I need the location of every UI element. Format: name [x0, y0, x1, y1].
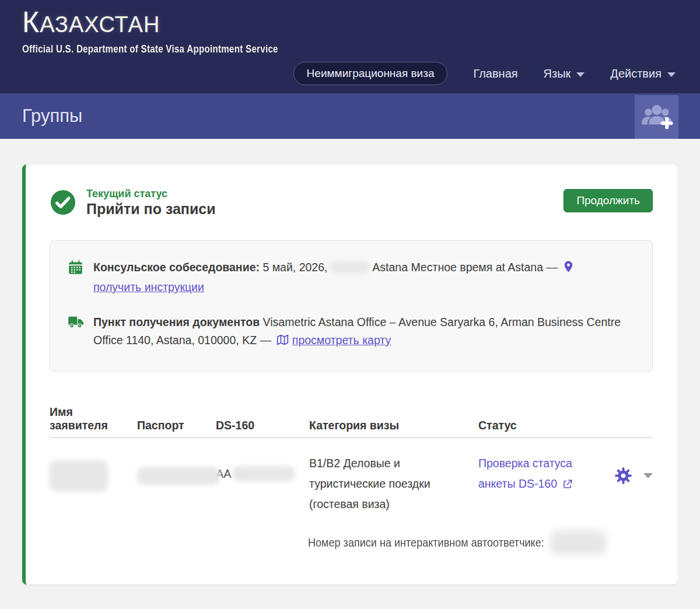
chevron-down-icon: [667, 72, 676, 77]
calendar-icon: [68, 258, 93, 281]
ds160-status-link[interactable]: Проверка статуса анкеты DS-160: [478, 457, 572, 490]
main-nav: Неиммиграционная виза Главная Язык Дейст…: [293, 62, 676, 85]
get-instructions-link[interactable]: получить инструкции: [93, 281, 204, 293]
view-map-link-group[interactable]: просмотреть карту: [274, 334, 391, 346]
table-header-row: Имя заявителя Паспорт DS-160 Категория в…: [50, 405, 653, 438]
row-actions: [610, 453, 653, 526]
appointment-info-box: Консульское собеседование: 5 май, 2026, …: [50, 240, 653, 372]
column-ds160: DS-160: [216, 419, 309, 432]
check-circle-icon: [50, 189, 76, 218]
brand-subtitle: Official U.S. Department of State Visa A…: [22, 43, 546, 55]
redacted-applicant-name: [50, 460, 108, 492]
page-title: Группы: [22, 106, 82, 127]
redacted-appointment-time: [331, 261, 369, 273]
redacted-ivr-number: [550, 530, 606, 555]
group-status-card: Текущий статус Прийти по записи Продолжи…: [22, 164, 678, 584]
location-pin-icon[interactable]: [563, 262, 574, 275]
continue-button[interactable]: Продолжить: [564, 189, 653, 212]
row-expand-chevron-icon[interactable]: [643, 473, 653, 478]
truck-icon: [68, 313, 93, 335]
brand: КАЗАХСТАН Official U.S. Department of St…: [22, 7, 677, 55]
consular-appointment-text: Консульское собеседование: 5 май, 2026, …: [93, 258, 635, 296]
group-add-icon: [640, 102, 674, 132]
status-cell: Проверка статуса анкеты DS-160: [478, 453, 575, 526]
brand-title: КАЗАХСТАН: [22, 7, 677, 38]
chevron-down-icon: [576, 72, 584, 77]
page-bar: Группы: [0, 93, 700, 139]
nav-actions-label: Действия: [610, 67, 662, 80]
map-icon: [276, 335, 289, 348]
appointment-date: 5 май, 2026,: [262, 261, 327, 274]
nav-actions-menu[interactable]: Действия: [610, 67, 676, 80]
external-link-icon[interactable]: [562, 479, 573, 492]
appointment-label: Консульское собеседование:: [93, 261, 260, 274]
main-content: Текущий статус Прийти по записи Продолжи…: [0, 139, 700, 584]
brand-initial: К: [22, 6, 40, 38]
ivr-note-label: Номер записи на интерактивном автоответч…: [308, 536, 544, 550]
brand-rest: АЗАХСТАН: [40, 12, 160, 37]
redacted-passport-number: [137, 467, 220, 485]
ivr-note: Номер записи на интерактивном автоответч…: [308, 530, 653, 555]
nav-language-menu[interactable]: Язык: [544, 67, 585, 80]
applicant-name-cell: [50, 453, 137, 526]
passport-cell: [137, 453, 216, 526]
nav-language-label: Язык: [544, 67, 571, 80]
document-pickup-text: Пункт получения документов Visametric As…: [93, 313, 635, 351]
redacted-ds160-number: [233, 466, 295, 481]
column-passport: Паспорт: [137, 419, 216, 432]
applicant-row: AA B1/B2 Деловые и туристические поездки…: [50, 438, 653, 526]
pickup-label: Пункт получения документов: [93, 316, 260, 328]
nav-home[interactable]: Главная: [473, 67, 517, 80]
column-status: Статус: [478, 419, 610, 432]
appointment-location: Astana Местное время at Astana —: [372, 261, 558, 274]
column-visa-category: Категория визы: [309, 419, 478, 432]
visa-category-cell: B1/B2 Деловые и туристические поездки (г…: [309, 453, 452, 526]
view-map-link[interactable]: просмотреть карту: [292, 334, 391, 346]
ds160-cell: AA: [216, 466, 309, 526]
add-group-button[interactable]: [635, 95, 678, 139]
status-row: Текущий статус Прийти по записи Продолжи…: [50, 188, 653, 218]
appointment-line: Консульское собеседование: 5 май, 2026, …: [93, 258, 635, 278]
nav-nonimmigrant-visa[interactable]: Неиммиграционная виза: [293, 62, 448, 85]
site-header: КАЗАХСТАН Official U.S. Department of St…: [0, 0, 700, 93]
gear-icon: [614, 478, 633, 487]
status-texts: Текущий статус Прийти по записи: [86, 188, 564, 218]
consular-appointment-row: Консульское собеседование: 5 май, 2026, …: [68, 258, 635, 296]
current-status-value: Прийти по записи: [86, 201, 564, 218]
applicants-table: Имя заявителя Паспорт DS-160 Категория в…: [50, 405, 653, 526]
document-pickup-row: Пункт получения документов Visametric As…: [68, 313, 635, 351]
column-applicant-name: Имя заявителя: [50, 405, 114, 432]
current-status-label: Текущий статус: [86, 188, 564, 200]
row-settings-button[interactable]: [614, 466, 633, 485]
